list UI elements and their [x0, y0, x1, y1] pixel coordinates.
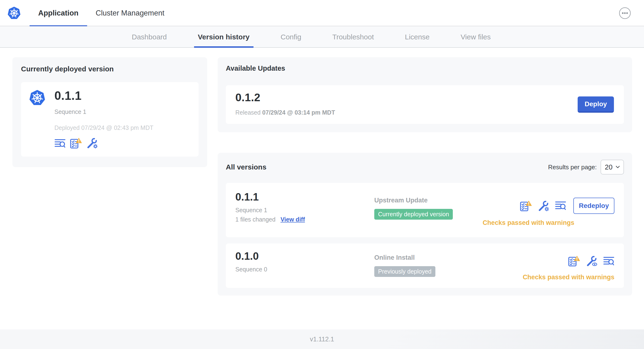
tab-view-files-label: View files: [461, 33, 491, 41]
tab-troubleshoot-label: Troubleshoot: [332, 33, 374, 41]
subnav-tabs: Dashboard Version history Config Trouble…: [132, 26, 491, 48]
checks-status: Checks passed with warnings: [483, 219, 574, 226]
available-updates-title: Available Updates: [226, 64, 624, 72]
update-version-number: 0.1.2: [235, 91, 614, 104]
results-per-page-select[interactable]: 20: [600, 160, 624, 174]
header-tabs: Application Cluster Management: [30, 0, 173, 26]
tab-dashboard[interactable]: Dashboard: [132, 26, 167, 48]
tab-troubleshoot[interactable]: Troubleshoot: [332, 26, 374, 48]
footer: v1.112.1: [0, 330, 644, 349]
tab-version-history-label: Version history: [198, 33, 250, 41]
version-row: 0.1.0 Sequence 0 Online Install Previous…: [226, 244, 624, 288]
deploy-button[interactable]: Deploy: [578, 96, 614, 113]
all-versions-header: All versions Results per page: 20: [226, 160, 624, 175]
view-diff-link[interactable]: View diff: [280, 216, 305, 223]
files-changed-label: 1 files changed: [235, 216, 276, 223]
console-version: v1.112.1: [310, 336, 334, 343]
row-source-block: Upstream Update Currently deployed versi…: [374, 197, 453, 220]
ellipsis-icon: [619, 7, 631, 19]
current-sequence: Sequence 1: [54, 108, 154, 115]
tab-application-label: Application: [38, 9, 78, 18]
all-versions-title: All versions: [226, 163, 266, 171]
row-source-block: Online Install Previously deployed: [374, 254, 436, 277]
currently-deployed-info: 0.1.1 Sequence 1 Deployed 07/29/24 @ 02:…: [54, 89, 154, 150]
chevron-down-icon: [616, 166, 620, 168]
results-per-page-value: 20: [605, 163, 612, 171]
update-released-timestamp: Released 07/29/24 @ 03:14 pm MDT: [235, 109, 614, 116]
redeploy-button[interactable]: Redeploy: [573, 198, 614, 214]
released-date: 07/29/24 @ 03:14 pm MDT: [262, 109, 335, 116]
checks-status: Checks passed with warnings: [523, 274, 614, 281]
more-options-button[interactable]: [619, 7, 631, 19]
version-row: 0.1.1 Sequence 1 1 files changed View di…: [226, 183, 624, 237]
current-deployed-timestamp: Deployed 07/29/24 @ 02:43 pm MDT: [54, 124, 154, 131]
row-actions: [568, 256, 614, 267]
all-versions-card: All versions Results per page: 20 0.1.1 …: [218, 153, 632, 296]
row-actions: Redeploy: [520, 198, 614, 214]
status-badge: Currently deployed version: [374, 209, 453, 220]
deploy-logs-icon[interactable]: [54, 138, 66, 149]
preflight-checks-warning-icon[interactable]: [568, 256, 580, 267]
tab-view-files[interactable]: View files: [461, 26, 491, 48]
available-update-row: 0.1.2 Released 07/29/24 @ 03:14 pm MDT D…: [226, 85, 624, 124]
tab-config[interactable]: Config: [281, 26, 302, 48]
currently-deployed-title: Currently deployed version: [21, 65, 198, 73]
deploy-logs-icon[interactable]: [555, 200, 566, 211]
released-prefix: Released: [235, 109, 261, 116]
row-source: Upstream Update: [374, 197, 453, 204]
app-root: Application Cluster Management Dashboard…: [0, 0, 644, 349]
row-source: Online Install: [374, 254, 436, 262]
tab-license[interactable]: License: [405, 26, 430, 48]
preflight-checks-warning-icon[interactable]: [520, 200, 532, 212]
edit-config-icon[interactable]: [87, 138, 98, 149]
edit-config-icon[interactable]: [538, 200, 549, 212]
status-badge: Previously deployed: [374, 266, 436, 277]
tab-cluster-management-label: Cluster Management: [96, 9, 164, 18]
tab-license-label: License: [405, 33, 430, 41]
tab-config-label: Config: [281, 33, 302, 41]
tab-version-history[interactable]: Version history: [198, 26, 250, 48]
results-per-page-label: Results per page:: [548, 164, 597, 171]
current-version-number: 0.1.1: [54, 89, 154, 103]
results-per-page: Results per page: 20: [548, 160, 624, 174]
tab-cluster-management[interactable]: Cluster Management: [87, 0, 173, 26]
tab-application[interactable]: Application: [30, 0, 87, 26]
view-config-icon[interactable]: [586, 256, 598, 267]
preflight-checks-warning-icon[interactable]: [70, 138, 82, 149]
currently-deployed-version-panel: 0.1.1 Sequence 1 Deployed 07/29/24 @ 02:…: [21, 82, 198, 156]
available-updates-card: Available Updates 0.1.2 Released 07/29/2…: [218, 57, 632, 132]
top-header: Application Cluster Management: [0, 0, 644, 26]
deploy-logs-icon[interactable]: [603, 256, 614, 266]
kubernetes-app-icon: [28, 89, 46, 107]
tab-dashboard-label: Dashboard: [132, 33, 167, 41]
currently-deployed-card: Currently deployed version 0.1.1 Sequenc…: [12, 57, 207, 167]
app-subnav: Dashboard Version history Config Trouble…: [0, 26, 644, 48]
current-version-actions: [54, 138, 154, 149]
kubernetes-logo-icon: [7, 6, 22, 20]
